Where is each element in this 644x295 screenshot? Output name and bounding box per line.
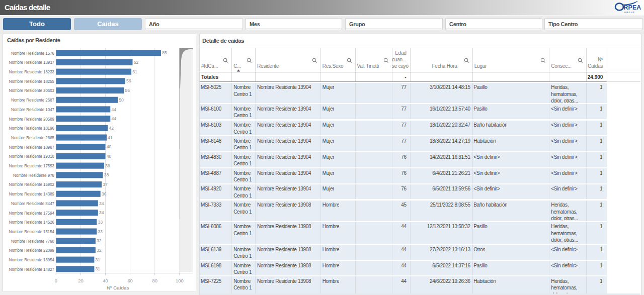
svg-text:Nombre Residente 1576: Nombre Residente 1576	[11, 51, 54, 56]
svg-text:Nombre Residente 17594: Nombre Residente 17594	[9, 211, 54, 216]
svg-text:Nombre Residente 7760: Nombre Residente 7760	[11, 239, 54, 244]
svg-text:31: 31	[96, 257, 101, 262]
svg-text:Nombre Residente 17553: Nombre Residente 17553	[9, 163, 54, 168]
svg-text:GROUP: GROUP	[624, 12, 635, 14]
svg-text:60: 60	[127, 278, 132, 283]
svg-text:Nombre Residente 19310: Nombre Residente 19310	[9, 154, 54, 159]
svg-text:Nombre Residente 22099: Nombre Residente 22099	[9, 248, 54, 253]
svg-text:Nombre Residente 18233: Nombre Residente 18233	[9, 69, 54, 74]
svg-text:Nombre Residente 18987: Nombre Residente 18987	[9, 145, 54, 150]
svg-text:39: 39	[105, 163, 110, 168]
svg-text:55: 55	[125, 88, 130, 93]
svg-text:34: 34	[99, 201, 104, 206]
svg-text:61: 61	[132, 69, 137, 74]
svg-text:44: 44	[112, 116, 117, 121]
svg-text:Nombre Residente 20589: Nombre Residente 20589	[9, 117, 54, 122]
svg-text:Nombre Residente 978: Nombre Residente 978	[13, 173, 54, 178]
svg-text:85: 85	[162, 50, 167, 55]
svg-text:20: 20	[78, 278, 83, 283]
svg-text:36: 36	[102, 191, 107, 196]
svg-text:Nombre Residente 2687: Nombre Residente 2687	[11, 97, 54, 103]
svg-text:50: 50	[119, 97, 124, 103]
svg-text:Nombre Residente 18196: Nombre Residente 18196	[9, 126, 54, 131]
svg-text:41: 41	[108, 135, 113, 140]
svg-text:Nombre Residente 14389: Nombre Residente 14389	[9, 191, 54, 196]
svg-text:Nombre Residente 1047: Nombre Residente 1047	[11, 107, 54, 112]
svg-text:62: 62	[134, 60, 139, 65]
svg-text:56: 56	[126, 78, 131, 83]
svg-text:40: 40	[103, 278, 108, 283]
svg-text:44: 44	[112, 107, 117, 112]
svg-text:40: 40	[107, 154, 112, 159]
svg-text:100: 100	[176, 278, 184, 283]
svg-text:32: 32	[97, 248, 102, 253]
svg-text:Nº Caídas: Nº Caídas	[107, 285, 129, 290]
svg-text:Nombre Residente 13954: Nombre Residente 13954	[9, 257, 54, 262]
svg-text:Nombre Residente 14827: Nombre Residente 14827	[9, 267, 54, 272]
svg-text:Nombre Residente 20603: Nombre Residente 20603	[9, 88, 54, 93]
svg-text:31: 31	[96, 266, 101, 271]
svg-text:33: 33	[98, 229, 103, 234]
svg-text:Nombre Residente 13937: Nombre Residente 13937	[9, 60, 54, 65]
svg-text:Nombre Residente 2665: Nombre Residente 2665	[11, 135, 54, 140]
svg-text:33: 33	[98, 220, 103, 225]
svg-text:Nombre Residente 14526: Nombre Residente 14526	[9, 220, 54, 225]
svg-text:42: 42	[109, 126, 114, 131]
svg-text:Nombre Residente 15154: Nombre Residente 15154	[9, 229, 54, 234]
svg-text:RPEA: RPEA	[623, 4, 641, 11]
svg-text:34: 34	[99, 210, 104, 215]
svg-text:38: 38	[104, 172, 109, 177]
svg-text:80: 80	[152, 278, 157, 283]
svg-text:Nombre Residente 8447: Nombre Residente 8447	[11, 201, 54, 206]
svg-text:37: 37	[103, 182, 108, 187]
svg-text:Nombre Residente 15902: Nombre Residente 15902	[9, 182, 54, 187]
svg-text:32: 32	[97, 238, 102, 243]
svg-text:Nombre Residente 18255: Nombre Residente 18255	[9, 79, 54, 84]
svg-text:40: 40	[107, 144, 112, 149]
svg-text:0: 0	[55, 278, 57, 283]
